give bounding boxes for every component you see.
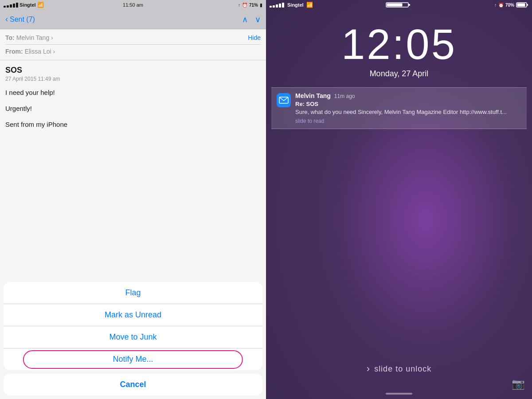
notification-content: Melvin Tang 11m ago Re: SOS Sure, what d… — [295, 92, 521, 124]
lock-dot-5 — [282, 3, 284, 8]
svg-rect-1 — [408, 4, 410, 6]
notif-time-ago: 11m ago — [334, 93, 355, 99]
right-panel: Singtel 📶 ↑ ⏰ 70% 12:05 Monday, 27 April — [266, 0, 532, 399]
lock-notification[interactable]: Melvin Tang 11m ago Re: SOS Sure, what d… — [271, 88, 527, 129]
email-content: I need your help! Urgently! Sent from my… — [5, 87, 261, 130]
from-label: From: — [5, 48, 23, 55]
from-value[interactable]: Elissa Loi › — [25, 48, 55, 55]
lock-battery-icon — [516, 2, 528, 8]
back-chevron-icon: ‹ — [5, 15, 8, 24]
notif-preview: Sure, what do you need Sincerely, Melvin… — [295, 108, 521, 116]
down-arrow-button[interactable]: ∨ — [255, 15, 261, 24]
email-header: To: Melvin Tang › Hide From: Elissa Loi … — [0, 29, 266, 60]
signal-dot-4 — [13, 4, 15, 8]
signal-dot-2 — [7, 5, 9, 8]
lock-date: Monday, 27 April — [266, 69, 532, 78]
notif-header-row: Melvin Tang 11m ago — [295, 92, 521, 99]
move-to-junk-action[interactable]: Move to Junk — [4, 326, 262, 348]
cancel-label: Cancel — [120, 380, 146, 389]
slide-chevron-icon: › — [367, 363, 370, 375]
signal-dot-3 — [10, 4, 12, 8]
nav-arrows: ∧ ∨ — [242, 15, 261, 24]
to-label: To: — [5, 34, 15, 41]
lock-signal-dots — [270, 3, 284, 8]
mail-icon — [279, 97, 289, 104]
mail-app-icon — [277, 93, 291, 107]
action-sheet: Flag Mark as Unread Move to Junk Notify … — [0, 278, 266, 399]
lock-status-right: ↑ ⏰ 70% — [494, 2, 528, 8]
left-panel: Singtel 📶 11:50 am ↑ ⏰ 71% ▮ ‹ Sent (7) … — [0, 0, 266, 399]
back-button[interactable]: ‹ Sent (7) — [5, 15, 35, 24]
lock-status-center — [386, 1, 412, 8]
cancel-button[interactable]: Cancel — [4, 374, 262, 395]
location-icon: ↑ — [238, 3, 240, 8]
camera-button[interactable]: 📷 — [512, 378, 525, 390]
lock-time: 12:05 — [266, 23, 532, 66]
email-from-row: From: Elissa Loi › — [5, 47, 261, 56]
move-to-junk-label: Move to Junk — [109, 332, 156, 341]
notify-me-label: Notify Me... — [113, 355, 153, 364]
email-line-2: Urgently! — [5, 103, 261, 114]
notif-subject: Re: SOS — [295, 101, 521, 107]
carrier-label: Singtel — [20, 2, 36, 8]
battery-icon: ▮ — [260, 3, 262, 8]
lock-dot-1 — [270, 6, 272, 8]
lock-carrier: Singtel — [287, 2, 304, 8]
to-value[interactable]: Melvin Tang › — [16, 34, 53, 41]
home-indicator — [386, 393, 412, 395]
signal-dot-5 — [16, 3, 18, 8]
wifi-icon: 📶 — [37, 2, 44, 8]
left-status-right: ↑ ⏰ 71% ▮ — [238, 3, 262, 8]
left-nav-bar: ‹ Sent (7) ∧ ∨ — [0, 10, 266, 29]
notif-slide-to-read[interactable]: slide to read — [295, 118, 521, 124]
lock-status-left: Singtel 📶 — [270, 2, 313, 8]
lock-dot-2 — [273, 5, 275, 8]
up-arrow-button[interactable]: ∧ — [242, 15, 248, 24]
camera-icon: 📷 — [512, 378, 525, 390]
left-time: 11:50 am — [123, 2, 143, 8]
notif-divider-bottom — [271, 129, 527, 129]
email-line-3: Sent from my iPhone — [5, 119, 261, 130]
lock-wifi-icon: 📶 — [306, 2, 313, 8]
lock-notification-container: Melvin Tang 11m ago Re: SOS Sure, what d… — [271, 87, 527, 129]
lock-battery-percent: 70% — [505, 3, 514, 8]
flag-action[interactable]: Flag — [4, 282, 262, 304]
lock-dot-4 — [279, 4, 281, 8]
left-status-bar: Singtel 📶 11:50 am ↑ ⏰ 71% ▮ — [0, 0, 266, 10]
mark-unread-label: Mark as Unread — [105, 310, 161, 319]
battery-percent: 71% — [249, 3, 258, 8]
lock-dot-3 — [276, 4, 278, 8]
email-line-1: I need your help! — [5, 87, 261, 98]
email-subject: SOS — [5, 66, 261, 75]
alarm-icon: ⏰ — [242, 3, 247, 8]
notify-me-action[interactable]: Notify Me... — [4, 348, 262, 370]
lock-time-area: 12:05 Monday, 27 April — [266, 10, 532, 78]
slide-to-unlock[interactable]: › slide to unlock — [266, 363, 532, 375]
email-to-row: To: Melvin Tang › Hide — [5, 33, 261, 43]
left-status-left: Singtel 📶 — [4, 2, 44, 8]
hide-button[interactable]: Hide — [248, 34, 261, 41]
email-date: 27 April 2015 11:49 am — [5, 76, 261, 82]
lock-location-icon: ↑ — [494, 3, 497, 8]
header-divider-1 — [5, 44, 261, 45]
svg-rect-4 — [527, 4, 528, 6]
signal-dots — [4, 3, 18, 8]
svg-rect-2 — [387, 4, 403, 7]
flag-label: Flag — [125, 288, 141, 297]
signal-dot-1 — [4, 6, 6, 8]
action-group-main: Flag Mark as Unread Move to Junk Notify … — [4, 282, 262, 370]
lock-status-bar: Singtel 📶 ↑ ⏰ 70% — [266, 0, 532, 10]
notif-sender: Melvin Tang — [295, 92, 331, 99]
lock-alarm-icon: ⏰ — [498, 3, 504, 8]
cancel-group: Cancel — [4, 374, 262, 395]
mark-unread-action[interactable]: Mark as Unread — [4, 304, 262, 326]
slide-unlock-text: slide to unlock — [374, 364, 431, 374]
svg-rect-5 — [517, 4, 525, 7]
back-label: Sent (7) — [10, 16, 35, 23]
